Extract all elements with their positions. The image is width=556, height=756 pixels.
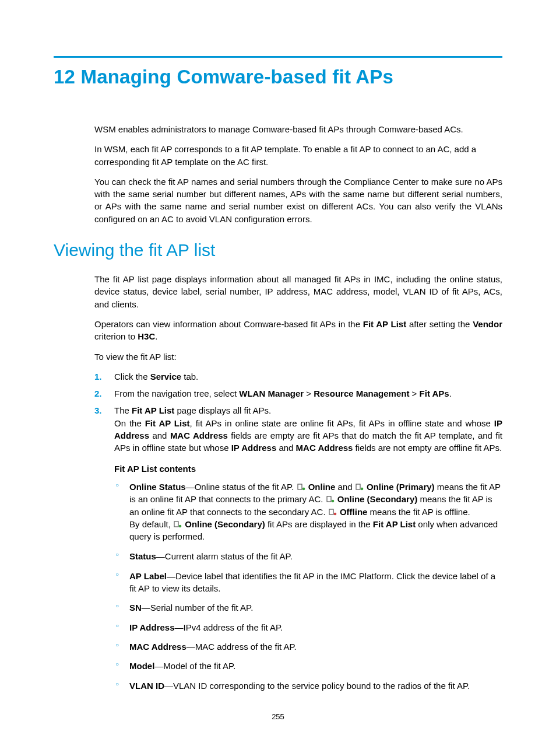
t: —Online status of the fit AP. — [186, 482, 297, 492]
view-p3: To view the fit AP list: — [94, 351, 502, 363]
bullet-sn: SN—Serial number of the fit AP. — [114, 601, 502, 614]
t: and — [149, 430, 170, 440]
t: —Device label that identifies the fit AP… — [129, 571, 495, 593]
t: after setting the — [406, 319, 473, 329]
intro-p1: WSM enables administrators to manage Com… — [94, 123, 502, 135]
t: Vendor — [473, 319, 502, 329]
svg-point-1 — [302, 488, 305, 491]
svg-point-5 — [331, 500, 334, 503]
t: IP Address — [231, 443, 277, 453]
t: and — [276, 443, 295, 453]
t: MAC Address — [296, 443, 353, 453]
t: The — [114, 405, 132, 415]
t: page displays all fit APs. — [174, 405, 271, 415]
t: On the — [114, 418, 145, 428]
bullet-vlan-id: VLAN ID—VLAN ID corresponding to the ser… — [114, 680, 502, 692]
svg-point-7 — [333, 512, 336, 515]
t: MAC Address — [129, 642, 186, 652]
svg-rect-0 — [298, 484, 302, 489]
t: > — [409, 388, 419, 398]
t: Online — [308, 482, 336, 492]
intro-p2: In WSM, each fit AP corresponds to a fit… — [94, 143, 502, 168]
step-num: 1. — [94, 370, 102, 383]
t: —IPv4 address of the fit AP. — [175, 622, 283, 632]
contents-head: Fit AP List contents — [114, 463, 502, 475]
chapter-rule — [54, 56, 502, 58]
t: Status — [129, 551, 156, 561]
t: Online Status — [129, 482, 186, 492]
t: —VLAN ID corresponding to the service po… — [164, 681, 470, 691]
bullet-ap-label: AP Label—Device label that identifies th… — [114, 570, 502, 595]
t: —Model of the fit AP. — [154, 661, 235, 671]
view-p1: The fit AP list page displays informatio… — [94, 273, 502, 310]
t: Online (Secondary) — [337, 494, 418, 504]
t: By default, — [129, 519, 173, 529]
step-3-sub: On the Fit AP List, fit APs in online st… — [114, 417, 502, 454]
chapter-title: 12 Managing Comware-based fit APs — [54, 66, 502, 88]
t: fit APs are displayed in the — [265, 519, 373, 529]
t: Service — [150, 372, 181, 382]
t: and — [335, 482, 354, 492]
bullet-status: Status—Current alarm status of the fit A… — [114, 550, 502, 562]
t: VLAN ID — [129, 681, 164, 691]
svg-rect-4 — [327, 496, 331, 502]
step-num: 2. — [94, 387, 102, 400]
t: . — [155, 331, 157, 341]
ap-online-primary-icon — [356, 484, 364, 491]
t: —Serial number of the fit AP. — [142, 603, 254, 612]
t: > — [304, 388, 314, 398]
t: Model — [129, 661, 154, 671]
step-3: 3. The Fit AP List page displays all fit… — [94, 404, 502, 691]
bullet-mac-address: MAC Address—MAC address of the fit AP. — [114, 640, 502, 653]
t: AP Label — [129, 571, 167, 581]
t: —Current alarm status of the fit AP. — [156, 551, 293, 561]
t: Offline — [340, 507, 368, 517]
view-p2: Operators can view information about Com… — [94, 318, 502, 343]
t: Fit AP List — [373, 519, 416, 529]
bullet-online-status-sub: By default, Online (Secondary) fit APs a… — [129, 518, 502, 543]
svg-rect-2 — [356, 484, 360, 489]
t: MAC Address — [170, 430, 228, 440]
svg-rect-8 — [174, 522, 178, 527]
step-1: 1. Click the Service tab. — [94, 370, 502, 383]
t: Online (Secondary) — [185, 519, 265, 529]
svg-rect-6 — [329, 509, 333, 514]
svg-point-3 — [360, 488, 363, 491]
t: WLAN Manager — [239, 388, 304, 398]
t: From the navigation tree, select — [114, 388, 239, 398]
ap-online-icon — [297, 484, 305, 491]
svg-point-9 — [179, 525, 182, 528]
intro-p3: You can check the fit AP names and seria… — [94, 176, 502, 225]
ap-online-secondary-icon — [174, 521, 182, 528]
t: criterion to — [94, 331, 138, 341]
t: Fit AP List — [132, 405, 174, 415]
t: Fit AP List — [145, 418, 190, 428]
step-2: 2. From the navigation tree, select WLAN… — [94, 387, 502, 400]
ap-online-secondary-icon — [326, 496, 335, 503]
t: , fit APs in online state are online fit… — [190, 418, 494, 428]
bullet-ip-address: IP Address—IPv4 address of the fit AP. — [114, 621, 502, 634]
t: Operators can view information about Com… — [94, 319, 363, 329]
t: means the fit AP is offline. — [367, 507, 470, 517]
t: Resource Management — [314, 388, 409, 398]
ap-offline-icon — [329, 509, 337, 516]
t: Online (Primary) — [367, 482, 435, 492]
t: Fit AP List — [363, 319, 406, 329]
t: Click the — [114, 372, 150, 382]
t: . — [449, 388, 452, 398]
t: fields are not empty are offline fit APs… — [353, 443, 502, 453]
step-num: 3. — [94, 404, 102, 416]
t: tab. — [181, 372, 198, 382]
t: —MAC address of the fit AP. — [186, 642, 297, 652]
t: H3C — [138, 331, 155, 341]
bullet-model: Model—Model of the fit AP. — [114, 660, 502, 672]
t: Fit APs — [420, 388, 449, 398]
section-title: Viewing the fit AP list — [54, 240, 502, 260]
page-number: 255 — [0, 712, 556, 721]
t: SN — [129, 603, 142, 612]
t: IP Address — [129, 622, 175, 632]
bullet-online-status: Online Status—Online status of the fit A… — [114, 481, 502, 542]
